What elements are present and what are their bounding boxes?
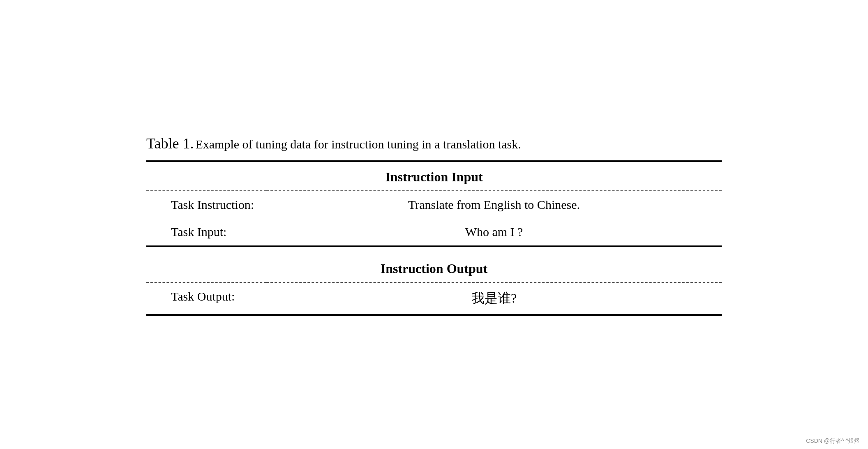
task-input-row: Task Input: Who am I ? <box>146 218 722 246</box>
task-output-row: Task Output: 我是谁? <box>146 283 722 315</box>
watermark: CSDN @行者^ ^煜煜 <box>806 437 860 445</box>
instruction-output-header: Instruction Output <box>146 254 722 282</box>
task-instruction-value: Translate from English to Chinese. <box>266 191 722 218</box>
task-instruction-label: Task Instruction: <box>146 191 266 218</box>
task-output-label: Task Output: <box>146 283 266 315</box>
caption-text: Example of tuning data for instruction t… <box>195 137 521 151</box>
instruction-input-header-row: Instruction Input <box>146 162 722 191</box>
gap-row <box>146 247 722 254</box>
main-table: Instruction Input Task Instruction: Tran… <box>146 160 722 316</box>
instruction-output-header-row: Instruction Output <box>146 254 722 282</box>
instruction-input-header: Instruction Input <box>146 162 722 191</box>
caption-label: Table 1. <box>146 135 194 152</box>
task-input-label: Task Input: <box>146 218 266 246</box>
page-container: Table 1. Example of tuning data for inst… <box>146 133 722 316</box>
table-caption: Table 1. Example of tuning data for inst… <box>146 133 722 154</box>
task-instruction-row: Task Instruction: Translate from English… <box>146 191 722 218</box>
task-input-value: Who am I ? <box>266 218 722 246</box>
task-output-value: 我是谁? <box>266 283 722 315</box>
bottom-border-row <box>146 315 722 316</box>
